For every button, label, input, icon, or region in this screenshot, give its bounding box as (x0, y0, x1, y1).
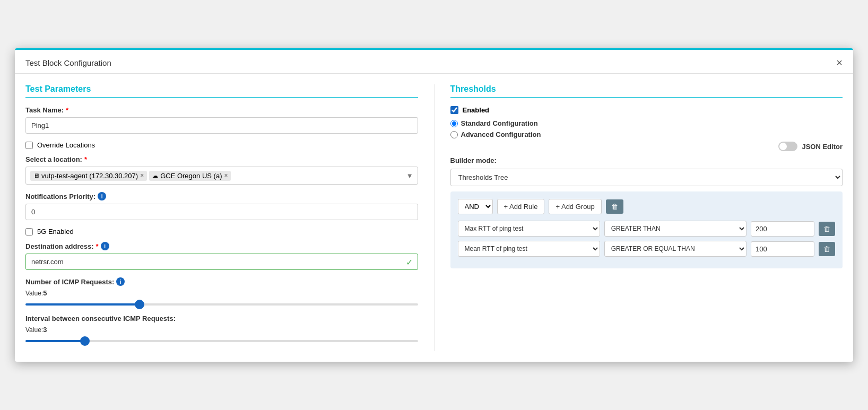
cloud-icon: ☁ (152, 172, 158, 179)
select-location-label: Select a location: * (25, 155, 418, 163)
rules-container: AND OR + Add Rule + Add Group 🗑 Max RTT … (450, 191, 843, 268)
location-tag-text-0: vutp-test-agent (172.30.30.207) (41, 172, 138, 180)
icmp-requests-label: Number of ICMP Requests: i (25, 277, 418, 286)
destination-valid-icon: ✓ (406, 257, 413, 267)
thresholds-title: Thresholds (450, 84, 843, 98)
rule-delete-button-1[interactable]: 🗑 (819, 242, 835, 256)
destination-input-wrapper: ✓ (25, 254, 418, 270)
right-panel: Thresholds Enabled Standard Configuratio… (434, 84, 843, 351)
add-rule-button[interactable]: + Add Rule (497, 199, 545, 214)
task-name-input[interactable] (25, 117, 418, 134)
override-locations-row: Override Locations (25, 141, 418, 149)
modal-body: Test Parameters Task Name: * Override Lo… (15, 74, 853, 362)
destination-address-label: Destination address: * i (25, 242, 418, 250)
task-name-required: * (66, 106, 68, 114)
left-panel: Test Parameters Task Name: * Override Lo… (25, 84, 418, 351)
interval-label: Interval between consecutive ICMP Reques… (25, 315, 418, 322)
notifications-priority-input[interactable] (25, 204, 418, 220)
rule-operator-select-1[interactable]: GREATER THAN GREATER OR EQUAL THAN LESS … (604, 241, 747, 257)
icmp-info-icon[interactable]: i (116, 277, 125, 286)
modal-title: Test Block Configuration (25, 58, 111, 67)
5g-enabled-checkbox[interactable] (25, 228, 33, 235)
destination-address-input[interactable] (25, 254, 418, 270)
task-name-group: Task Name: * (25, 106, 418, 134)
interval-slider[interactable] (25, 340, 418, 342)
json-editor-toggle[interactable] (778, 142, 797, 151)
rule-metric-select-1[interactable]: Max RTT of ping test Mean RTT of ping te… (458, 241, 600, 257)
modal-header: Test Block Configuration × (15, 50, 853, 74)
location-tag-text-1: GCE Oregon US (a) (160, 172, 222, 180)
interval-group: Interval between consecutive ICMP Reques… (25, 315, 418, 344)
advanced-config-label: Advanced Configuration (461, 130, 541, 138)
rule-value-input-1[interactable] (751, 241, 814, 257)
location-required: * (84, 155, 87, 163)
icmp-value-display: Value:5 (25, 289, 418, 297)
override-locations-label: Override Locations (37, 141, 95, 149)
test-parameters-title: Test Parameters (25, 84, 418, 98)
rule-row-0: Max RTT of ping test Mean RTT of ping te… (458, 221, 836, 237)
and-or-select[interactable]: AND OR (458, 199, 493, 214)
standard-config-label: Standard Configuration (461, 119, 538, 127)
location-dropdown-arrow: ▼ (406, 172, 413, 180)
enabled-checkbox[interactable] (450, 106, 458, 114)
select-location-group: Select a location: * 🖥 vutp-test-agent (… (25, 155, 418, 185)
rule-operator-select-0[interactable]: GREATER THAN GREATER OR EQUAL THAN LESS … (604, 221, 747, 237)
rule-delete-button-0[interactable]: 🗑 (819, 222, 835, 236)
location-field[interactable]: 🖥 vutp-test-agent (172.30.30.207) × ☁ GC… (25, 167, 418, 185)
json-editor-label: JSON Editor (802, 143, 843, 151)
location-tag-1: ☁ GCE Oregon US (a) × (149, 171, 231, 181)
agent-icon: 🖥 (33, 172, 39, 179)
notifications-priority-label: Notifications Priority: i (25, 192, 418, 200)
notifications-info-icon[interactable]: i (98, 192, 106, 200)
rule-metric-select-0[interactable]: Max RTT of ping test Mean RTT of ping te… (458, 221, 600, 237)
remove-location-0[interactable]: × (140, 172, 144, 179)
toggle-slider (778, 142, 797, 151)
json-editor-toggle-row: JSON Editor (450, 142, 843, 151)
close-button[interactable]: × (836, 57, 843, 68)
standard-config-radio[interactable] (450, 120, 458, 127)
enabled-row: Enabled (450, 106, 843, 114)
destination-required: * (96, 242, 99, 250)
5g-enabled-label: 5G Enabled (37, 228, 74, 235)
icmp-requests-group: Number of ICMP Requests: i Value:5 (25, 277, 418, 307)
rule-row-1: Max RTT of ping test Mean RTT of ping te… (458, 241, 836, 257)
delete-all-button[interactable]: 🗑 (606, 199, 623, 214)
enabled-label: Enabled (463, 106, 490, 114)
builder-mode-label: Builder mode: (450, 156, 843, 164)
builder-mode-select[interactable]: Thresholds Tree (450, 169, 843, 186)
rule-value-input-0[interactable] (751, 221, 814, 237)
5g-enabled-row: 5G Enabled (25, 228, 418, 235)
icmp-requests-slider[interactable] (25, 303, 418, 306)
task-name-label: Task Name: * (25, 106, 418, 114)
interval-slider-container (25, 336, 418, 344)
destination-info-icon[interactable]: i (101, 242, 109, 250)
advanced-config-radio[interactable] (450, 131, 458, 138)
remove-location-1[interactable]: × (224, 172, 228, 179)
standard-config-radio-group: Standard Configuration (450, 119, 843, 127)
add-group-button[interactable]: + Add Group (549, 199, 601, 214)
test-block-configuration-modal: Test Block Configuration × Test Paramete… (15, 48, 853, 362)
notifications-priority-group: Notifications Priority: i (25, 192, 418, 220)
override-locations-checkbox[interactable] (25, 142, 33, 149)
destination-address-group: Destination address: * i ✓ (25, 242, 418, 270)
location-tag-0: 🖥 vutp-test-agent (172.30.30.207) × (30, 171, 147, 181)
advanced-config-radio-group: Advanced Configuration (450, 130, 843, 138)
rules-toolbar: AND OR + Add Rule + Add Group 🗑 (458, 199, 836, 214)
icmp-slider-container (25, 299, 418, 307)
interval-value-display: Value:3 (25, 326, 418, 334)
